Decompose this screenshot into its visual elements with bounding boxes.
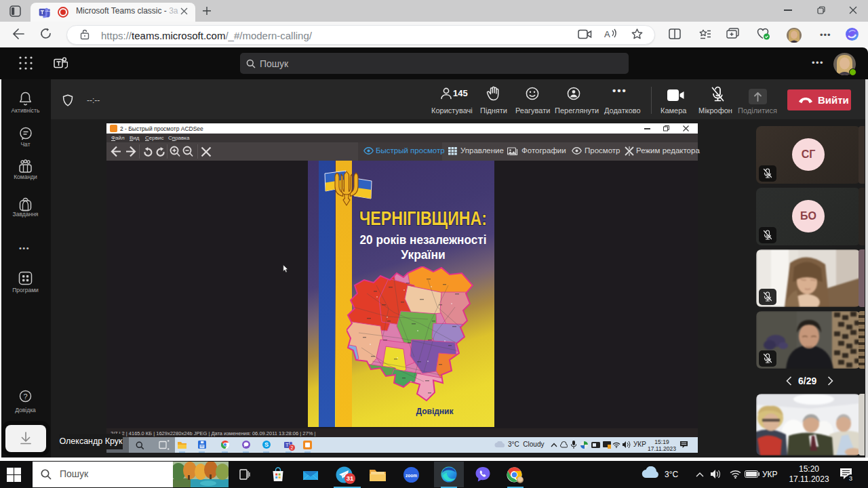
svg-text:ЧЕРНІГІВЩИНА:: ЧЕРНІГІВЩИНА: [359,207,487,229]
svg-text:zoom: zoom [406,473,417,478]
svg-text:S: S [264,441,269,448]
svg-text:20 років незалежності: 20 років незалежності [360,233,487,247]
svg-text:України: України [401,248,446,262]
svg-text:A: A [604,29,610,39]
svg-text:?: ? [23,392,27,401]
